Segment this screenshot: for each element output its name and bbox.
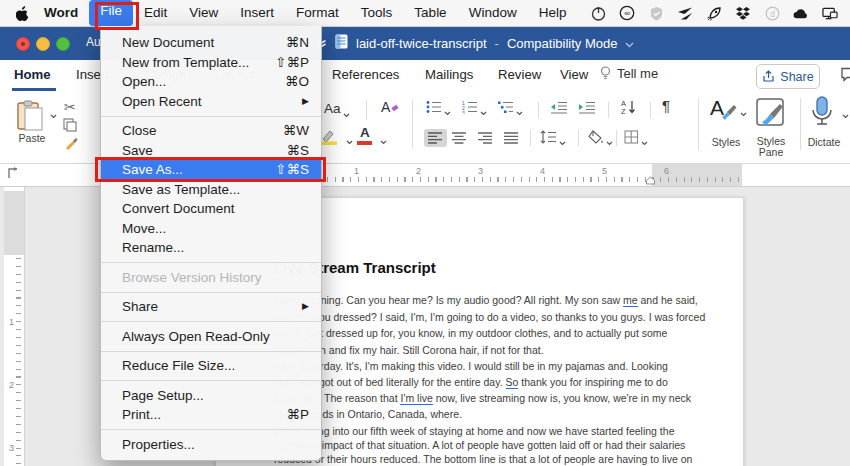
tab-review[interactable]: Review xyxy=(498,67,541,82)
share-icon xyxy=(762,70,775,83)
menubar-item-help[interactable]: Help xyxy=(528,0,578,26)
menubar-item-file[interactable]: File xyxy=(89,0,133,26)
multilevel-list-button[interactable] xyxy=(498,100,523,114)
file-menu-item-new-from-template[interactable]: New from Template...⇧⌘P xyxy=(101,53,321,73)
file-menu-item-save-as[interactable]: Save As...⇧⌘S xyxy=(101,160,321,180)
menubar-item-format[interactable]: Format xyxy=(285,0,350,26)
file-menu-item-rename[interactable]: Rename... xyxy=(101,238,321,258)
align-center-button[interactable] xyxy=(452,132,467,144)
file-menu-item-share[interactable]: Share▶ xyxy=(101,297,321,317)
sort-button[interactable]: AZ xyxy=(620,99,638,115)
menubar-item-insert[interactable]: Insert xyxy=(229,0,285,26)
dictate-button[interactable] xyxy=(810,96,834,128)
menubar-item-tools[interactable]: Tools xyxy=(350,0,404,26)
wings-icon[interactable] xyxy=(677,5,693,21)
paragraph-1: Good morning. Can you hear me? Is my aud… xyxy=(274,292,704,358)
bullets-button[interactable] xyxy=(426,100,451,114)
change-case-button[interactable]: Aa xyxy=(324,101,350,116)
align-right-button[interactable] xyxy=(478,132,493,144)
tab-references[interactable]: References xyxy=(332,67,399,82)
tab-view[interactable]: View xyxy=(560,67,588,82)
power-circle-icon[interactable] xyxy=(590,5,606,21)
vruler-ticks xyxy=(16,258,21,466)
increase-indent-button[interactable] xyxy=(578,101,596,114)
format-painter-icon[interactable] xyxy=(64,135,79,150)
menubar-item-edit[interactable]: Edit xyxy=(133,0,178,26)
paste-dropdown-chevron[interactable] xyxy=(48,108,57,113)
dictate-label: Dictate xyxy=(802,136,846,148)
display-mirror-icon[interactable] xyxy=(822,5,838,21)
copy-icon[interactable] xyxy=(63,118,77,132)
justify-button[interactable] xyxy=(504,132,519,144)
grammar-underlined-text: So xyxy=(506,376,519,389)
dictate-dropdown-chevron[interactable] xyxy=(840,108,849,113)
vertical-ruler[interactable]: 123 xyxy=(4,187,25,466)
file-menu-item-print[interactable]: Print...⌘P xyxy=(101,405,321,425)
tab-mailings[interactable]: Mailings xyxy=(425,67,473,82)
show-paragraph-marks-button[interactable]: ¶ xyxy=(662,97,670,114)
tab-home[interactable]: Home xyxy=(14,67,51,82)
font-color-button[interactable]: A xyxy=(360,125,370,140)
menu-separator xyxy=(101,116,321,117)
cut-icon[interactable]: ✂ xyxy=(64,99,76,115)
shield-check-icon[interactable] xyxy=(648,5,664,21)
autosave-label-partial: Au xyxy=(86,35,101,49)
clear-formatting-button[interactable]: A xyxy=(381,99,400,115)
font-color-dropdown-chevron[interactable] xyxy=(378,134,387,139)
svg-text:Z: Z xyxy=(621,107,626,115)
zoom-window-button[interactable] xyxy=(56,37,70,51)
active-tab-underline xyxy=(12,88,56,91)
file-menu-item-close[interactable]: Close⌘W xyxy=(101,121,321,141)
menubar-item-word[interactable]: Word xyxy=(33,0,89,26)
file-menu-item-save[interactable]: Save⌘S xyxy=(101,141,321,161)
file-menu-item-always-open-read-only[interactable]: Always Open Read-Only xyxy=(101,327,321,347)
ruler-number: 5 xyxy=(602,166,607,176)
minimize-window-button[interactable] xyxy=(36,37,50,51)
creative-cloud-icon[interactable]: ∞ xyxy=(619,5,635,21)
decrease-indent-button[interactable] xyxy=(550,101,568,114)
align-left-button[interactable] xyxy=(424,129,447,147)
close-window-button[interactable] xyxy=(16,37,30,51)
paste-button[interactable] xyxy=(16,100,44,132)
circle-d-icon[interactable]: d xyxy=(764,5,780,21)
numbering-button[interactable]: 123 xyxy=(462,100,487,114)
ruler-number: 3 xyxy=(478,166,483,176)
menubar-item-window[interactable]: Window xyxy=(458,0,528,26)
rocket-icon[interactable] xyxy=(706,5,722,21)
paste-label: Paste xyxy=(12,132,52,144)
menu-separator xyxy=(101,429,321,430)
paragraph-3: We're going into our fifth week of stayi… xyxy=(274,424,704,466)
shading-button[interactable] xyxy=(588,130,613,144)
styles-pane-button[interactable] xyxy=(756,98,786,128)
highlight-dropdown-chevron[interactable] xyxy=(344,134,353,139)
menubar-item-table[interactable]: Table xyxy=(403,0,457,26)
menubar-item-view[interactable]: View xyxy=(178,0,229,26)
file-menu-item-save-as-template[interactable]: Save as Template... xyxy=(101,180,321,200)
ruler-number: 2 xyxy=(9,380,14,390)
share-button[interactable]: Share xyxy=(756,64,820,89)
menu-separator xyxy=(101,292,321,293)
title-chevron-down-icon[interactable] xyxy=(625,36,634,51)
apple-menu-icon[interactable] xyxy=(16,6,29,21)
file-menu-item-convert-document[interactable]: Convert Document xyxy=(101,199,321,219)
cloud-icon[interactable] xyxy=(793,5,809,21)
dropbox-icon[interactable] xyxy=(735,5,751,21)
tab-selector-icon[interactable] xyxy=(6,166,20,184)
file-menu-item-reduce-file-size[interactable]: Reduce File Size... xyxy=(101,356,321,376)
indent-marker[interactable] xyxy=(645,171,656,189)
svg-text:3: 3 xyxy=(462,110,465,115)
line-spacing-button[interactable] xyxy=(540,130,566,144)
borders-button[interactable] xyxy=(624,130,648,144)
file-menu-item-open-recent[interactable]: Open Recent▶ xyxy=(101,92,321,112)
file-menu-item-move[interactable]: Move... xyxy=(101,219,321,239)
file-menu-item-properties[interactable]: Properties... xyxy=(101,435,321,455)
comment-icon[interactable] xyxy=(841,67,850,86)
styles-button[interactable]: A xyxy=(710,96,747,120)
file-menu-item-page-setup[interactable]: Page Setup... xyxy=(101,386,321,406)
file-menu-item-open[interactable]: Open...⌘O xyxy=(101,72,321,92)
styles-pane-label: Styles Pane xyxy=(750,136,792,158)
tell-me[interactable]: Tell me xyxy=(600,66,658,81)
file-menu-item-new-document[interactable]: New Document⌘N xyxy=(101,33,321,53)
vruler-top-margin-zone xyxy=(4,191,24,255)
highlight-color-button[interactable] xyxy=(320,128,340,146)
